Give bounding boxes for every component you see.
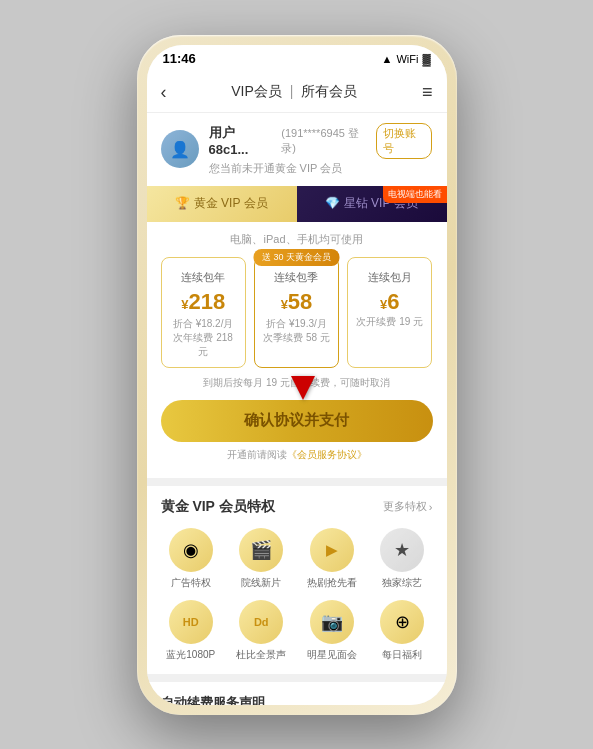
plan-monthly[interactable]: 连续包月 ¥6 次开续费 19 元 xyxy=(347,257,432,368)
confirm-pay-button[interactable]: 确认协议并支付 xyxy=(161,400,433,442)
feature-cinema: 🎬 院线新片 xyxy=(231,528,292,590)
diamond-badge: 电视端也能看 xyxy=(383,186,447,203)
phone-screen: 11:46 ▲ WiFi ▓ ‹ VIP会员 | 所有会员 ≡ 👤 xyxy=(147,45,447,705)
user-name: 用户 68c1... xyxy=(209,124,276,157)
plan-monthly-name: 连续包月 xyxy=(354,270,425,285)
nav-menu-button[interactable]: ≡ xyxy=(422,82,433,103)
feature-label-star-meetup: 明星见面会 xyxy=(307,648,357,662)
wifi-icon: WiFi xyxy=(396,53,418,65)
service-agreement-link[interactable]: 《会员服务协议》 xyxy=(287,449,367,460)
signal-icon: ▲ xyxy=(382,53,393,65)
feature-preview: ▶ 热剧抢先看 xyxy=(302,528,363,590)
feature-label-dolby: 杜比全景声 xyxy=(236,648,286,662)
switch-account-button[interactable]: 切换账号 xyxy=(376,123,432,159)
plan-seasonal[interactable]: 送 30 天黄金会员 连续包季 ¥58 折合 ¥19.3/月 次季续费 58 元 xyxy=(254,257,339,368)
phone-frame: 11:46 ▲ WiFi ▓ ‹ VIP会员 | 所有会员 ≡ 👤 xyxy=(137,35,457,715)
plan-annual-renewal: 次年续费 218 元 xyxy=(168,331,239,359)
nav-title: VIP会员 | 所有会员 xyxy=(231,83,357,101)
features-section: 黄金 VIP 会员特权 更多特权 › ◉ 广告特权 🎬 院线新片 xyxy=(147,486,447,674)
user-status: 您当前未开通黄金 VIP 会员 xyxy=(209,161,433,176)
feature-label-bluray: 蓝光1080P xyxy=(166,648,215,662)
feature-icon-preview: ▶ xyxy=(310,528,354,572)
chevron-right-icon: › xyxy=(429,501,433,513)
plan-monthly-renewal: 次开续费 19 元 xyxy=(354,315,425,329)
service-title: 自动续费服务声明 xyxy=(161,694,433,705)
status-icons: ▲ WiFi ▓ xyxy=(382,53,431,65)
feature-dolby: Dd 杜比全景声 xyxy=(231,600,292,662)
feature-icon-ad: ◉ xyxy=(169,528,213,572)
feature-bluray: HD 蓝光1080P xyxy=(161,600,222,662)
user-section: 👤 用户 68c1... (191****6945 登录) 切换账号 您当前未开… xyxy=(147,113,447,186)
tab-gold-vip[interactable]: 🏆 黄金 VIP 会员 xyxy=(147,186,297,222)
status-bar: 11:46 ▲ WiFi ▓ xyxy=(147,45,447,73)
plan-seasonal-name: 连续包季 xyxy=(261,270,332,285)
plans-grid: 连续包年 ¥218 折合 ¥18.2/月 次年续费 218 元 送 30 天黄金… xyxy=(161,257,433,368)
back-button[interactable]: ‹ xyxy=(161,82,167,103)
plan-annual-price: ¥218 xyxy=(168,289,239,315)
plan-annual[interactable]: 连续包年 ¥218 折合 ¥18.2/月 次年续费 218 元 xyxy=(161,257,246,368)
plan-annual-name: 连续包年 xyxy=(168,270,239,285)
plan-seasonal-discount: 折合 ¥19.3/月 xyxy=(261,317,332,331)
features-more-button[interactable]: 更多特权 › xyxy=(383,499,433,514)
plan-seasonal-price: ¥58 xyxy=(261,289,332,315)
plan-annual-discount: 折合 ¥18.2/月 xyxy=(168,317,239,331)
feature-label-ad: 广告特权 xyxy=(171,576,211,590)
nav-bar: ‹ VIP会员 | 所有会员 ≡ xyxy=(147,73,447,113)
user-info: 用户 68c1... (191****6945 登录) 切换账号 您当前未开通黄… xyxy=(209,123,433,176)
open-note: 开通前请阅读《会员服务协议》 xyxy=(161,448,433,462)
plan-seasonal-renewal: 次季续费 58 元 xyxy=(261,331,332,345)
feature-label-exclusive: 独家综艺 xyxy=(382,576,422,590)
feature-icon-star-meetup: 📷 xyxy=(310,600,354,644)
feature-exclusive: ★ 独家综艺 xyxy=(372,528,433,590)
avatar: 👤 xyxy=(161,130,199,168)
auto-renew-note: 到期后按每月 19 元自动续费，可随时取消 xyxy=(161,376,433,390)
featured-badge: 送 30 天黄金会员 xyxy=(254,249,339,266)
feature-icon-daily-benefit: ⊕ xyxy=(380,600,424,644)
battery-icon: ▓ xyxy=(422,53,430,65)
content-area: 👤 用户 68c1... (191****6945 登录) 切换账号 您当前未开… xyxy=(147,113,447,705)
plans-section: 电脑、iPad、手机均可使用 连续包年 ¥218 折合 ¥18.2/月 次年续费… xyxy=(147,222,447,478)
feature-ad-privilege: ◉ 广告特权 xyxy=(161,528,222,590)
feature-daily-benefit: ⊕ 每日福利 xyxy=(372,600,433,662)
status-time: 11:46 xyxy=(163,51,196,66)
features-title: 黄金 VIP 会员特权 xyxy=(161,498,275,516)
feature-star-meetup: 📷 明星见面会 xyxy=(302,600,363,662)
feature-icon-cinema: 🎬 xyxy=(239,528,283,572)
feature-label-preview: 热剧抢先看 xyxy=(307,576,357,590)
vip-tabs: 🏆 黄金 VIP 会员 💎 星钻 VIP 会员 电视端也能看 xyxy=(147,186,447,222)
features-header: 黄金 VIP 会员特权 更多特权 › xyxy=(161,498,433,516)
feature-icon-dolby: Dd xyxy=(239,600,283,644)
device-note: 电脑、iPad、手机均可使用 xyxy=(161,232,433,247)
feature-icon-exclusive: ★ xyxy=(380,528,424,572)
user-phone: (191****6945 登录) xyxy=(281,126,370,156)
service-section: 自动续费服务声明 付款：用户确认购买并付款后记入 iTunes 账户。取消续订：… xyxy=(147,682,447,705)
feature-label-daily-benefit: 每日福利 xyxy=(382,648,422,662)
feature-label-cinema: 院线新片 xyxy=(241,576,281,590)
plan-monthly-price: ¥6 xyxy=(354,289,425,315)
features-grid: ◉ 广告特权 🎬 院线新片 ▶ 热剧抢先看 ★ 独家综艺 xyxy=(161,528,433,662)
feature-icon-bluray: HD xyxy=(169,600,213,644)
